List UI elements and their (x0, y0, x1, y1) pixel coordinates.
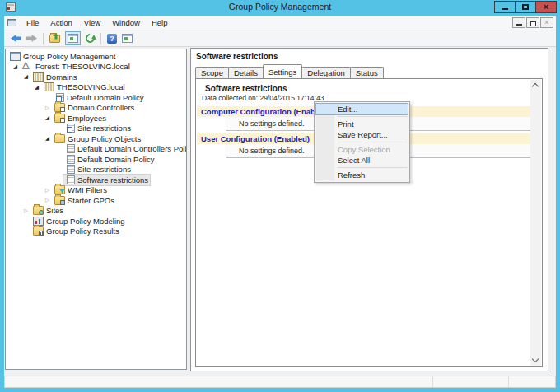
tab-scope[interactable]: Scope (195, 67, 229, 78)
context-menu-item-save-report[interactable]: Save Report... (316, 129, 408, 140)
tree-item-site-restrictions[interactable]: Site restrictions (6, 165, 186, 175)
mdi-minimize-icon (516, 24, 522, 26)
ou-icon (54, 103, 65, 112)
tree-item-domains[interactable]: ◢Domains (6, 72, 186, 82)
context-menu-item-select-all[interactable]: Select All (316, 155, 408, 166)
vertical-scrollbar[interactable] (530, 80, 541, 366)
refresh-button[interactable] (86, 34, 95, 43)
status-bar (4, 376, 556, 388)
expand-arrow-icon[interactable]: ◢ (42, 133, 53, 143)
menu-help[interactable]: Help (146, 16, 174, 29)
maximize-button[interactable] (515, 1, 536, 13)
tree-item-employees[interactable]: ◢Employees (6, 113, 186, 124)
mdi-restore-button[interactable] (526, 17, 539, 28)
domains-icon (33, 72, 44, 82)
context-menu-item-edit[interactable]: Edit... (316, 104, 408, 114)
collapse-arrow-icon[interactable]: ▷ (42, 185, 53, 195)
tree-item-wmi-filters[interactable]: ▷WMI Filters (6, 185, 186, 196)
gpo-icon (67, 175, 75, 184)
new-window-icon (122, 34, 133, 43)
title-bar: Group Policy Management × (0, 0, 560, 16)
context-menu-separator (338, 116, 408, 117)
collapse-arrow-icon[interactable]: ▷ (21, 206, 31, 216)
gpo-folder-icon (54, 134, 65, 143)
status-cell (5, 376, 433, 387)
tree-item-group-policy-modeling[interactable]: Group Policy Modeling (6, 216, 186, 226)
results-icon (33, 226, 44, 236)
mdi-restore-icon (530, 21, 536, 26)
maximize-icon (522, 4, 529, 10)
tree-item-software-restrictions[interactable]: Software restrictions (6, 175, 186, 185)
starter-gpos-icon (54, 196, 65, 205)
tree-item-site-restrictions-link[interactable]: Site restrictions (6, 124, 186, 134)
help-icon: ? (107, 34, 117, 44)
status-cell (433, 376, 509, 387)
status-cell (509, 376, 555, 387)
tab-details[interactable]: Details (228, 67, 264, 78)
collapse-arrow-icon[interactable]: ▷ (42, 103, 53, 113)
context-menu-item-print[interactable]: Print (316, 119, 408, 129)
menu-window[interactable]: Window (106, 16, 146, 29)
tree-item-default-domain-controllers-policy[interactable]: Default Domain Controllers Policy (6, 144, 186, 155)
context-menu-item-copy-selection: Copy Selection (316, 144, 408, 155)
close-button[interactable]: × (535, 1, 557, 13)
tree-item-group-policy-results[interactable]: Group Policy Results (6, 226, 186, 237)
tree-item-starter-gpos[interactable]: ▷Starter GPOs (6, 195, 186, 206)
close-icon: × (544, 2, 548, 12)
expand-arrow-icon[interactable]: ◢ (42, 113, 53, 123)
context-menu-item-refresh[interactable]: Refresh (316, 170, 408, 180)
ou-icon (54, 114, 65, 123)
tab-settings[interactable]: Settings (263, 64, 302, 78)
mdi-close-button[interactable]: × (540, 17, 553, 28)
expand-arrow-icon[interactable]: ◢ (21, 72, 31, 82)
expand-arrow-icon[interactable]: ◢ (31, 82, 42, 92)
tree-item-domain-controllers[interactable]: ▷Domain Controllers (6, 103, 186, 114)
toolbar-separator (43, 33, 44, 44)
tab-delegation[interactable]: Delegation (301, 67, 350, 78)
expand-arrow-icon[interactable]: ◢ (10, 62, 21, 72)
tab-status[interactable]: Status (350, 67, 384, 78)
refresh-icon (84, 32, 96, 44)
export-list-icon (49, 35, 60, 43)
tree-item-default-domain-policy[interactable]: Default Domain Policy (6, 154, 186, 165)
forest-icon (22, 62, 33, 71)
context-menu-separator (338, 142, 408, 142)
details-pane: Software restrictions Scope Details Sett… (190, 48, 548, 371)
minimize-icon (502, 8, 508, 10)
sites-icon (33, 206, 44, 215)
mdi-minimize-button[interactable] (512, 17, 525, 28)
export-list-button[interactable] (49, 35, 60, 43)
console-tree-icon (68, 34, 78, 43)
gpo-icon (67, 165, 75, 174)
menu-file[interactable]: File (21, 16, 44, 29)
report-title: Software restrictions (197, 79, 530, 94)
console-tree: Group Policy Management ◢Forest: THESOLV… (5, 49, 187, 370)
tree-item-group-policy-objects[interactable]: ◢Group Policy Objects (6, 133, 186, 144)
window-client-area: File Action View Window Help × ? Group P… (4, 16, 556, 388)
tree-item-forest[interactable]: ◢Forest: THESOLVING.local (6, 62, 186, 72)
scroll-down-icon[interactable] (532, 356, 539, 362)
forward-icon (26, 35, 37, 42)
menu-view[interactable]: View (78, 16, 106, 29)
scroll-up-icon[interactable] (532, 83, 539, 90)
back-icon (11, 35, 21, 42)
back-button[interactable] (11, 35, 21, 42)
minimize-button[interactable] (494, 1, 516, 13)
tree-item-sites[interactable]: ▷Sites (6, 206, 186, 217)
tree-item-default-domain-policy-link[interactable]: Default Domain Policy (6, 92, 186, 103)
toolbar-separator (100, 33, 101, 44)
forward-button[interactable] (26, 35, 37, 42)
wmi-filters-icon (54, 185, 65, 194)
tree-item-thesolving-local[interactable]: ◢THESOLVING.local (6, 82, 186, 93)
window-title: Group Policy Management (0, 2, 560, 12)
collapse-arrow-icon[interactable]: ▷ (42, 195, 53, 205)
console-icon (7, 19, 16, 26)
pane-title: Software restrictions (191, 49, 548, 63)
new-window-button[interactable] (122, 34, 133, 43)
domain-icon (44, 82, 54, 91)
menu-action[interactable]: Action (44, 16, 77, 29)
gpo-link-icon (56, 93, 64, 102)
tree-item-group-policy-management[interactable]: Group Policy Management (6, 51, 186, 62)
console-tree-toggle-button[interactable] (65, 31, 81, 45)
help-button[interactable]: ? (107, 34, 117, 44)
